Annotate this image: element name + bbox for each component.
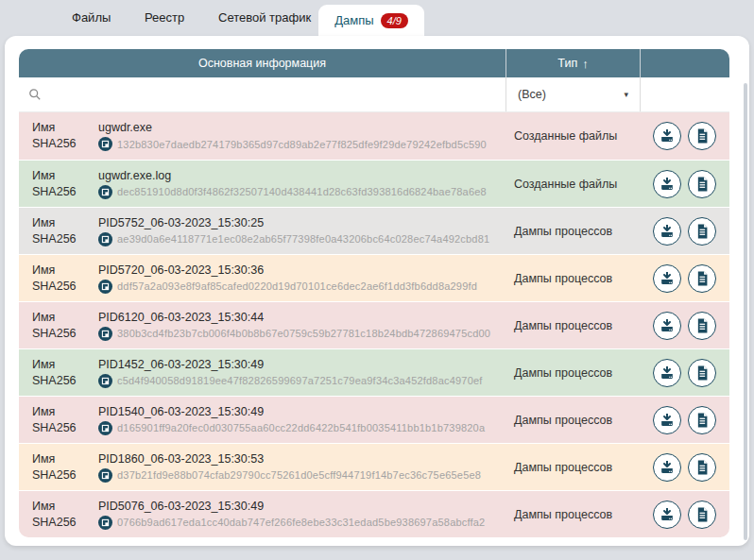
sha256-value: 132b830e7daedb274179b365d97cd89ab2e77f82… <box>117 139 487 150</box>
report-button[interactable] <box>688 312 716 340</box>
row-actions <box>640 397 729 443</box>
dump-name: PID1452_06-03-2023_15:30:49 <box>98 358 506 371</box>
download-button[interactable] <box>653 406 681 434</box>
dump-name: PID5720_06-03-2023_15:30:36 <box>98 263 506 277</box>
tab-registry[interactable]: Реестр <box>145 10 184 25</box>
sha256-value: dec851910d8d0f3f4862f32507140d438441d28c… <box>117 186 487 197</box>
name-label: Имя <box>32 452 85 466</box>
sha256-label: SHA256 <box>32 421 85 435</box>
document-icon <box>693 127 711 145</box>
table-row[interactable]: Имя ugwdr.exe.log SHA256 dec851910d8d0f3… <box>19 160 729 207</box>
copy-hash-icon[interactable] <box>98 421 112 435</box>
copy-hash-icon[interactable] <box>98 280 112 294</box>
download-button[interactable] <box>653 264 681 293</box>
report-button[interactable] <box>688 122 716 150</box>
sha256-value: d37b21fd9e88b074cfab29790cc75261d0e5cff9… <box>117 469 481 481</box>
sha256-value: c5d4f940058d91819ee47f82826599697a7251c7… <box>117 375 483 386</box>
download-button[interactable] <box>653 501 681 529</box>
download-icon <box>658 411 677 430</box>
sort-ascending-icon[interactable]: ↑ <box>582 57 589 71</box>
sha256-label: SHA256 <box>32 137 85 151</box>
table-row[interactable]: Имя PID5076_06-03-2023_15:30:49 SHA256 0… <box>19 490 729 537</box>
sha256-label: SHA256 <box>32 468 85 483</box>
report-button[interactable] <box>688 170 716 198</box>
name-label: Имя <box>32 311 85 324</box>
report-button[interactable] <box>688 359 716 387</box>
dump-type: Дампы процессов <box>506 302 640 348</box>
report-button[interactable] <box>688 501 716 529</box>
report-button[interactable] <box>688 217 716 246</box>
row-main-cell: Имя PID5752_06-03-2023_15:30:25 SHA256 a… <box>19 208 506 254</box>
table-row[interactable]: Имя PID1452_06-03-2023_15:30:49 SHA256 c… <box>19 348 729 396</box>
actions-filter-cell <box>640 77 729 111</box>
dump-name: PID5752_06-03-2023_15:30:25 <box>98 216 506 229</box>
table-row[interactable]: Имя PID6120_06-03-2023_15:30:44 SHA256 3… <box>19 301 729 348</box>
document-icon <box>693 175 711 194</box>
dump-type: Дампы процессов <box>506 255 640 301</box>
download-icon <box>658 316 677 335</box>
name-label: Имя <box>32 121 85 134</box>
column-header-type-label: Тип <box>557 57 577 70</box>
dumps-panel: Основная информация Тип ↑ (Все) ▾ <box>5 36 749 546</box>
type-filter-dropdown[interactable]: (Все) ▾ <box>506 77 640 111</box>
table-row[interactable]: Имя ugwdr.exe SHA256 132b830e7daedb27417… <box>19 112 729 160</box>
sha256-label: SHA256 <box>32 516 85 530</box>
copy-hash-icon[interactable] <box>98 232 112 246</box>
row-main-cell: Имя PID5076_06-03-2023_15:30:49 SHA256 0… <box>19 491 506 537</box>
tab-dumps[interactable]: Дампы 4/9 <box>318 5 424 36</box>
dump-name: PID5076_06-03-2023_15:30:49 <box>98 500 506 513</box>
copy-hash-icon[interactable] <box>98 374 112 388</box>
column-header-type[interactable]: Тип ↑ <box>506 49 640 77</box>
dump-name: PID1860_06-03-2023_15:30:53 <box>98 452 506 466</box>
row-actions <box>640 349 729 396</box>
row-actions <box>640 161 729 207</box>
name-label: Имя <box>32 358 85 371</box>
copy-hash-icon[interactable] <box>98 137 112 151</box>
download-button[interactable] <box>653 170 681 198</box>
dump-name: PID6120_06-03-2023_15:30:44 <box>98 311 506 324</box>
tab-files[interactable]: Файлы <box>72 10 111 25</box>
document-icon <box>693 505 711 524</box>
copy-hash-icon[interactable] <box>98 185 112 199</box>
table-row[interactable]: Имя PID1860_06-03-2023_15:30:53 SHA256 d… <box>19 443 729 490</box>
tab-dumps-label: Дампы <box>334 13 373 27</box>
sha256-value: d165901ff9a20fec0d030755aa60cc22dd6422b5… <box>117 422 485 433</box>
download-icon <box>658 222 677 241</box>
row-actions <box>640 302 729 348</box>
copy-hash-icon[interactable] <box>98 468 112 483</box>
vertical-scrollbar[interactable] <box>744 83 747 540</box>
name-label: Имя <box>32 500 85 513</box>
table-row[interactable]: Имя PID5720_06-03-2023_15:30:36 SHA256 d… <box>19 254 729 301</box>
dump-type: Созданные файлы <box>506 161 640 207</box>
row-main-cell: Имя PID1540_06-03-2023_15:30:49 SHA256 d… <box>19 397 506 443</box>
download-button[interactable] <box>653 453 681 482</box>
search-icon <box>27 87 43 102</box>
copy-hash-icon[interactable] <box>98 516 112 530</box>
search-filter-cell[interactable] <box>19 77 506 111</box>
row-main-cell: Имя PID1452_06-03-2023_15:30:49 SHA256 c… <box>19 349 506 396</box>
dump-type: Дампы процессов <box>506 349 640 396</box>
row-main-cell: Имя PID1860_06-03-2023_15:30:53 SHA256 d… <box>19 444 506 490</box>
sha256-value: ae39d0a6e4118771e1ec08e2ab65f77398fe0a43… <box>117 233 489 245</box>
download-button[interactable] <box>653 217 681 246</box>
report-button[interactable] <box>688 406 716 434</box>
row-actions <box>640 491 729 537</box>
download-button[interactable] <box>653 359 681 387</box>
table-header: Основная информация Тип ↑ <box>19 49 729 77</box>
table-row[interactable]: Имя PID1540_06-03-2023_15:30:49 SHA256 d… <box>19 396 729 443</box>
chevron-down-icon: ▾ <box>624 90 628 99</box>
download-button[interactable] <box>653 312 681 340</box>
table-row[interactable]: Имя PID5752_06-03-2023_15:30:25 SHA256 a… <box>19 207 729 254</box>
tab-bar: Файлы Реестр Сетевой трафик Дампы 4/9 <box>0 0 754 36</box>
document-icon <box>693 316 711 335</box>
report-button[interactable] <box>688 453 716 482</box>
dump-type: Дампы процессов <box>506 444 640 490</box>
document-icon <box>693 222 711 241</box>
sha256-value: 380b3cd4fb23b7cb006f4b0b8b67e0759c59b277… <box>117 328 490 339</box>
report-button[interactable] <box>688 264 716 293</box>
tab-network-traffic[interactable]: Сетевой трафик <box>218 10 311 25</box>
sha256-label: SHA256 <box>32 185 85 199</box>
row-actions <box>640 255 729 301</box>
copy-hash-icon[interactable] <box>98 327 112 341</box>
download-button[interactable] <box>653 122 681 150</box>
